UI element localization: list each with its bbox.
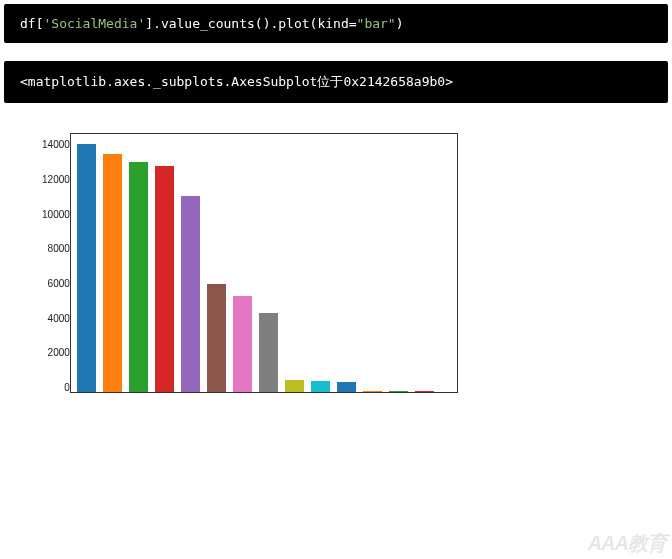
code-token: 'SocialMedia' (43, 16, 145, 31)
bar (363, 391, 382, 392)
code-token: df[ (20, 16, 43, 31)
bar (233, 296, 252, 392)
code-token: ) (396, 16, 404, 31)
bar (337, 382, 356, 392)
bar (181, 196, 200, 392)
bar (155, 166, 174, 392)
code-token: "bar" (357, 16, 396, 31)
bar (311, 381, 330, 392)
bar (389, 391, 408, 392)
chart-output: 14000120001000080006000400020000 RedditY… (28, 133, 458, 393)
bar (259, 313, 278, 392)
y-axis: 14000120001000080006000400020000 (28, 133, 70, 393)
bar (77, 144, 96, 392)
bar (129, 162, 148, 392)
plot-area (70, 133, 458, 393)
text-output-cell: <matplotlib.axes._subplots.AxesSubplot位于… (4, 61, 668, 103)
bar (285, 380, 304, 392)
bar (207, 284, 226, 392)
bar (415, 391, 434, 392)
bar (103, 154, 122, 392)
code-token: ].value_counts().plot(kind= (145, 16, 356, 31)
code-input-cell: df['SocialMedia'].value_counts().plot(ki… (4, 4, 668, 43)
